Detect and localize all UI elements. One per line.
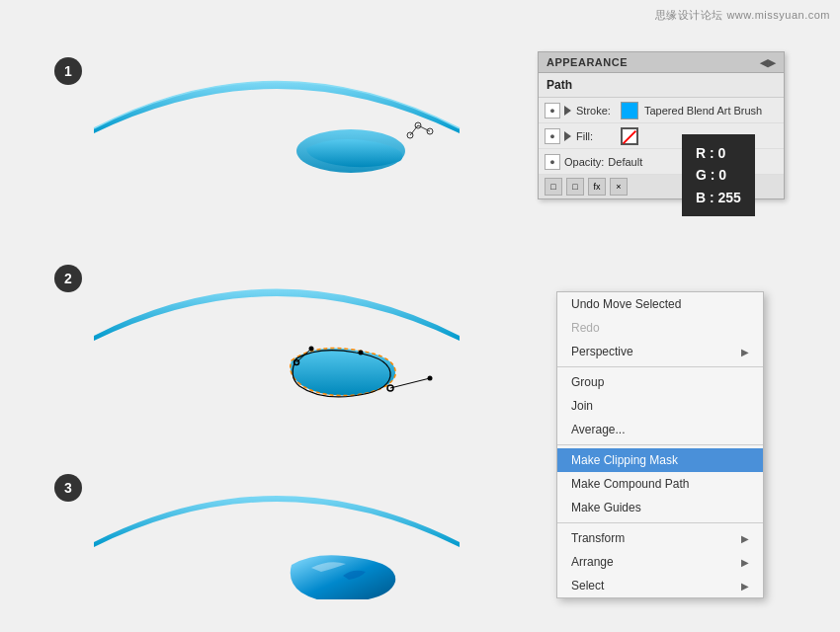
panel-title: APPEARANCE	[546, 56, 628, 68]
stroke-label: Stroke:	[576, 105, 621, 117]
menu-separator	[557, 366, 763, 367]
step-1-number: 1	[54, 57, 82, 85]
fill-expand-arrow[interactable]	[564, 131, 571, 141]
panel-fx-icon[interactable]: fx	[588, 178, 606, 196]
fill-color-swatch[interactable]	[621, 127, 638, 145]
menu-separator	[557, 444, 763, 445]
rgb-r-value: R : 0	[696, 142, 741, 164]
watermark-text: 思缘设计论坛 www.missyuan.com	[655, 8, 830, 23]
menu-item-group[interactable]: Group	[557, 370, 763, 394]
menu-item-undo-move-selected[interactable]: Undo Move Selected	[557, 292, 763, 316]
menu-item-arrow: ▶	[741, 347, 749, 357]
menu-item-arrow: ▶	[741, 581, 749, 592]
rgb-g-value: G : 0	[696, 164, 741, 186]
menu-item-redo: Redo	[557, 316, 763, 340]
svg-point-7	[359, 351, 364, 356]
menu-separator	[557, 522, 763, 523]
menu-item-average...[interactable]: Average...	[557, 418, 763, 441]
menu-item-make-clipping-mask[interactable]: Make Clipping Mask	[557, 448, 763, 472]
step-3-shape	[84, 461, 469, 599]
fill-label: Fill:	[576, 130, 621, 142]
panel-arrows[interactable]: ◀▶	[760, 57, 776, 68]
stroke-color-swatch[interactable]	[621, 102, 638, 119]
menu-item-label: Make Guides	[571, 501, 641, 514]
menu-item-label: Group	[571, 375, 604, 389]
panel-header: APPEARANCE ◀▶	[539, 52, 784, 73]
menu-item-label: Arrange	[571, 555, 614, 569]
menu-item-label: Average...	[571, 423, 625, 436]
step-3-number: 3	[54, 474, 82, 502]
context-menu: Undo Move SelectedRedoPerspective▶GroupJ…	[556, 291, 764, 598]
menu-item-arrow: ▶	[741, 557, 749, 568]
stroke-expand-arrow[interactable]	[564, 106, 571, 116]
panel-stroke-row: ● Stroke: Tapered Blend Art Brush	[539, 98, 784, 123]
step-2-shape	[84, 252, 469, 410]
menu-item-perspective[interactable]: Perspective▶	[557, 340, 763, 363]
step-1-svg	[84, 44, 469, 173]
brush-label: Tapered Blend Art Brush	[644, 105, 762, 117]
menu-item-select[interactable]: Select▶	[557, 574, 763, 597]
panel-path-label: Path	[539, 73, 784, 98]
fill-visibility-eye[interactable]: ●	[545, 128, 560, 144]
panel-add-icon[interactable]: □	[545, 178, 562, 196]
menu-item-label: Transform	[571, 531, 625, 545]
panel-square-icon[interactable]: □	[566, 178, 584, 196]
step-3-svg	[84, 461, 469, 599]
opacity-label: Opacity:	[564, 156, 604, 168]
step-2-number: 2	[54, 265, 82, 292]
menu-item-arrange[interactable]: Arrange▶	[557, 550, 763, 574]
menu-item-label: Join	[571, 399, 593, 413]
menu-item-transform[interactable]: Transform▶	[557, 526, 763, 550]
menu-item-label: Make Compound Path	[571, 477, 689, 491]
svg-line-10	[390, 378, 430, 388]
svg-line-5	[410, 125, 418, 135]
menu-item-label: Make Clipping Mask	[571, 453, 678, 467]
menu-item-make-guides[interactable]: Make Guides	[557, 496, 763, 519]
rgb-tooltip: R : 0 G : 0 B : 255	[682, 134, 755, 216]
menu-item-label: Undo Move Selected	[571, 297, 681, 311]
menu-item-label: Perspective	[571, 345, 633, 358]
menu-item-arrow: ▶	[741, 533, 749, 544]
step-1-shape	[84, 44, 469, 173]
opacity-value[interactable]: Default	[608, 156, 642, 168]
menu-item-label: Redo	[571, 321, 600, 335]
canvas-area: 1	[0, 0, 504, 632]
menu-item-join[interactable]: Join	[557, 394, 763, 418]
rgb-b-value: B : 255	[696, 187, 741, 208]
opacity-visibility-eye[interactable]: ●	[545, 154, 560, 170]
panel-delete-icon[interactable]: ×	[610, 178, 628, 196]
step-2-svg	[84, 252, 469, 410]
stroke-visibility-eye[interactable]: ●	[545, 103, 560, 118]
menu-item-label: Select	[571, 579, 604, 592]
menu-item-make-compound-path[interactable]: Make Compound Path	[557, 472, 763, 496]
